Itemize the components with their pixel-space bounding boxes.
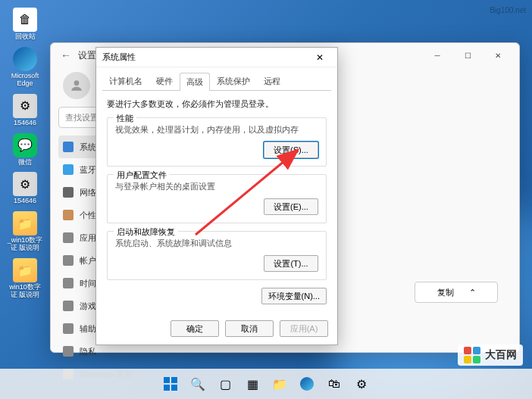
back-button[interactable]: ← [57,46,75,64]
desktop-icon-folder1[interactable]: 📁_win10数字证 版说明 [6,211,44,252]
copy-button[interactable]: 复制⌃ [415,282,498,303]
nav-label: 时间 [80,278,96,289]
nav-label: 系统 [80,142,96,153]
nav-label: 帐户 [80,255,96,267]
nav-icon [63,232,74,243]
settings-taskbar-icon[interactable]: ⚙ [350,373,373,395]
desktop-icon-settings2[interactable]: ⚙154646 [6,172,44,205]
settings-title: 设置 [78,49,96,62]
desktop-icon-settings1[interactable]: ⚙154646 [6,94,44,127]
recycle-bin-icon: 🗑 [13,8,37,32]
desktop-icon-folder2[interactable]: 📁win10数字证 版说明 [6,258,44,299]
user-avatar[interactable] [63,72,90,99]
folder-icon: 📁 [13,211,37,235]
group-2: 启动和故障恢复系统启动、系统故障和调试信息设置(T)... [107,231,327,280]
group-settings-button-1[interactable]: 设置(E)... [264,198,318,215]
nav-label: 蓝牙 [80,164,96,176]
tab-0[interactable]: 计算机名 [102,72,149,90]
start-button[interactable] [159,373,182,395]
gear-icon: ⚙ [13,94,37,118]
wechat-icon: 💬 [13,133,37,157]
maximize-button[interactable]: ☐ [452,45,483,66]
nav-icon [63,301,74,311]
desktop-icon-label: win10数字证 版说明 [6,284,44,299]
nav-label: 应用 [80,232,96,244]
group-desc: 与登录帐户相关的桌面设置 [115,181,318,192]
desktop-icons: 🗑回收站 Microsoft Edge ⚙154646 💬微信 ⚙154646 … [6,8,44,299]
group-title: 性能 [114,113,136,124]
desktop-icon-label: 154646 [14,198,36,205]
ok-button[interactable]: 确定 [171,320,219,337]
svg-rect-3 [171,377,177,383]
svg-point-0 [74,80,80,86]
tab-4[interactable]: 远程 [257,72,287,90]
brand-text: 大百网 [485,348,517,362]
taskview-icon[interactable]: ▢ [214,373,236,395]
group-desc: 系统启动、系统故障和调试信息 [115,238,318,249]
desktop-icon-label: _win10数字证 版说明 [6,237,44,252]
cancel-button[interactable]: 取消 [225,320,274,337]
taskbar: 🔍 ▢ ▦ 📁 🛍 ⚙ [0,369,532,399]
nav-icon [63,278,74,288]
desktop-icon-label: Microsoft Edge [6,73,44,88]
copy-label: 复制 [437,287,454,298]
nav-icon [63,346,74,357]
search-icon[interactable]: 🔍 [186,373,209,395]
desktop-icon-label: 微信 [18,159,32,167]
nav-label: 隐私 [80,346,96,357]
nav-icon [63,210,74,220]
nav-label: 辅助 [80,323,96,335]
dialog-tabs: 计算机名硬件高级系统保护远程 [102,72,331,91]
tab-2[interactable]: 高级 [180,73,210,91]
tab-1[interactable]: 硬件 [149,72,180,90]
apply-button[interactable]: 应用(A) [280,320,328,337]
group-settings-button-2[interactable]: 设置(T)... [264,255,318,272]
widgets-icon[interactable]: ▦ [241,373,264,395]
dialog-footer: 确定 取消 应用(A) [171,320,328,337]
search-placeholder: 查找设置 [65,112,99,123]
admin-note: 要进行大多数更改，你必须作为管理员登录。 [107,98,327,110]
svg-rect-4 [164,385,170,391]
nav-label: 个性 [80,210,96,221]
dialog-title: 系统属性 [102,51,136,63]
edge-taskbar-icon[interactable] [296,373,318,395]
store-icon[interactable]: 🛍 [323,373,346,395]
group-desc: 视觉效果，处理器计划，内存使用，以及虚拟内存 [115,124,318,136]
group-title: 启动和故障恢复 [114,226,178,238]
environment-variables-button[interactable]: 环境变量(N)... [261,288,327,304]
desktop-icon-label: 154646 [14,120,36,127]
minimize-button[interactable]: ─ [422,45,452,66]
brand-logo-icon [464,347,480,363]
nav-label: 网络 [80,187,96,198]
nav-icon [63,164,74,175]
nav-icon [63,187,74,198]
tab-3[interactable]: 系统保护 [210,72,257,90]
system-properties-dialog: 系统属性 ✕ 计算机名硬件高级系统保护远程 要进行大多数更改，你必须作为管理员登… [95,47,338,345]
watermark: Big100.net [490,6,526,14]
desktop-icon-recycle-bin[interactable]: 🗑回收站 [6,8,44,41]
desktop-icon-wechat[interactable]: 💬微信 [6,133,44,167]
nav-icon [63,142,74,152]
svg-rect-2 [164,377,170,383]
nav-icon [63,255,74,266]
brand-logo: 大百网 [458,344,523,366]
svg-rect-5 [171,385,177,391]
close-button[interactable]: ✕ [483,45,513,66]
desktop-icon-edge[interactable]: Microsoft Edge [6,47,44,88]
dialog-body: 要进行大多数更改，你必须作为管理员登录。 性能视觉效果，处理器计划，内存使用，以… [96,91,337,312]
desktop-icon-label: 回收站 [15,33,36,41]
chevron-up-icon: ⌃ [469,288,476,298]
group-1: 用户配置文件与登录帐户相关的桌面设置设置(E)... [107,174,327,223]
dialog-titlebar: 系统属性 ✕ [96,48,337,67]
edge-icon [13,47,37,71]
group-0: 性能视觉效果，处理器计划，内存使用，以及虚拟内存设置(S)... [107,117,327,167]
group-settings-button-0[interactable]: 设置(S)... [264,142,318,158]
folder-icon: 📁 [13,258,37,282]
close-button[interactable]: ✕ [308,50,331,65]
nav-label: 游戏 [80,301,96,312]
gear-icon: ⚙ [13,172,37,196]
nav-icon [63,323,74,334]
explorer-icon[interactable]: 📁 [268,373,291,395]
group-title: 用户配置文件 [114,170,170,181]
